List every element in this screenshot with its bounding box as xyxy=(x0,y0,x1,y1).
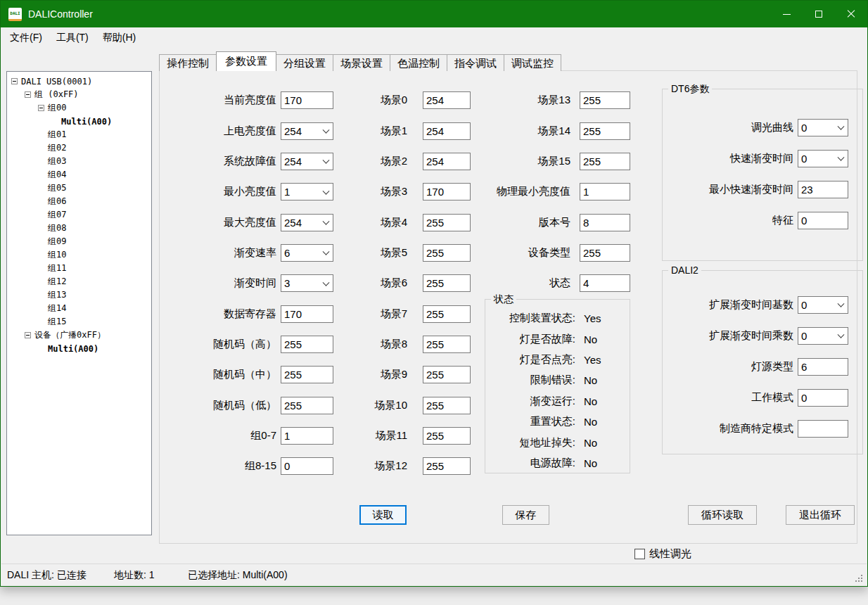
field-label: 特征 xyxy=(668,214,793,227)
linear-dimming-option: 线性调光 xyxy=(634,547,691,561)
field-input[interactable] xyxy=(423,305,471,323)
field-input[interactable] xyxy=(580,122,630,140)
field-input[interactable] xyxy=(798,389,848,407)
exit-loop-button[interactable]: 退出循环 xyxy=(786,505,855,525)
field-label: 系统故障值 xyxy=(171,155,276,168)
field-input[interactable] xyxy=(580,153,630,170)
tab[interactable]: 调试监控 xyxy=(504,54,561,71)
field-input[interactable] xyxy=(281,305,333,323)
field-label: 设备类型 xyxy=(485,246,570,260)
field-input[interactable] xyxy=(423,183,471,200)
field-input[interactable] xyxy=(423,274,471,292)
param-row: 场景10 xyxy=(351,397,471,414)
field-input[interactable] xyxy=(580,274,630,292)
tree-item-label: DALI USB(0001) xyxy=(21,77,92,87)
tab[interactable]: 分组设置 xyxy=(276,54,333,71)
field-input[interactable] xyxy=(423,366,471,383)
param-row: 场景8 xyxy=(351,336,471,353)
field-input[interactable] xyxy=(580,214,630,231)
field-input[interactable] xyxy=(798,212,848,229)
collapse-icon[interactable] xyxy=(25,332,31,338)
tree-item[interactable]: Multi(A00) xyxy=(7,115,151,128)
tab[interactable]: 色温控制 xyxy=(390,54,447,71)
param-row: 场景5 xyxy=(351,244,471,262)
tree-item[interactable]: 组09 xyxy=(7,235,151,248)
field-input[interactable] xyxy=(281,91,333,109)
param-row: 系统故障值 xyxy=(171,153,333,170)
field-input[interactable] xyxy=(423,427,471,445)
field-input[interactable] xyxy=(423,336,471,353)
field-input[interactable] xyxy=(580,244,630,262)
status-row: 灯是否故障: No xyxy=(485,333,630,346)
tree-item[interactable]: 组02 xyxy=(7,141,151,155)
tree-item-label: 组14 xyxy=(48,302,66,314)
tab[interactable]: 参数设置 xyxy=(216,51,276,71)
field xyxy=(423,274,471,292)
tab[interactable]: 指令调试 xyxy=(447,54,504,71)
maximize-button[interactable] xyxy=(803,1,835,27)
tree-item[interactable]: DALI USB(0001) xyxy=(7,75,151,88)
field-input[interactable] xyxy=(798,420,848,438)
tree-item[interactable]: 组08 xyxy=(7,222,151,235)
tab[interactable]: 场景设置 xyxy=(333,54,390,71)
tree-item-label: 组15 xyxy=(48,316,66,328)
field xyxy=(580,153,630,170)
collapse-icon[interactable] xyxy=(25,91,31,98)
statusbar: DALI 主机: 已连接 地址数: 1 已选择地址: Multi(A00) xyxy=(1,563,867,586)
tree-item[interactable]: 组 (0xFF) xyxy=(7,88,151,101)
param-row: 数据寄存器 xyxy=(171,305,333,323)
tree-item[interactable]: 组13 xyxy=(7,288,151,302)
menu-item[interactable]: 帮助(H) xyxy=(96,29,143,47)
tree-item[interactable]: 组06 xyxy=(7,195,151,208)
status-value: No xyxy=(584,374,597,386)
save-button[interactable]: 保存 xyxy=(502,505,549,525)
param-row: 随机码（高） xyxy=(171,336,333,353)
close-button[interactable] xyxy=(835,1,867,27)
read-button[interactable]: 读取 xyxy=(359,505,407,525)
tree-item[interactable]: 组14 xyxy=(7,302,151,315)
tree-item[interactable]: 组12 xyxy=(7,275,151,288)
tab[interactable]: 操作控制 xyxy=(159,54,217,71)
tree-item[interactable]: 组01 xyxy=(7,128,151,141)
field-input[interactable] xyxy=(423,244,471,262)
field-input[interactable] xyxy=(281,427,333,445)
loop-read-button[interactable]: 循环读取 xyxy=(688,505,757,525)
resize-grip[interactable] xyxy=(855,575,857,576)
menu-item[interactable]: 工具(T) xyxy=(49,29,96,47)
field-input[interactable] xyxy=(580,91,630,109)
minimize-button[interactable] xyxy=(770,1,803,27)
tree-item[interactable]: 组11 xyxy=(7,262,151,275)
tree-item[interactable]: 组04 xyxy=(7,168,151,182)
tree-item[interactable]: 组15 xyxy=(7,315,151,329)
collapse-icon[interactable] xyxy=(11,78,18,84)
collapse-icon[interactable] xyxy=(38,105,44,111)
field-input[interactable] xyxy=(281,336,333,353)
tree-item[interactable]: 组05 xyxy=(7,182,151,195)
field-input[interactable] xyxy=(281,457,333,475)
field-input[interactable] xyxy=(423,153,471,170)
field-label: 场景8 xyxy=(351,338,407,351)
field-input[interactable] xyxy=(798,358,848,376)
checkbox-label: 线性调光 xyxy=(649,547,691,561)
field-input[interactable] xyxy=(281,397,333,414)
status-row: 限制错误: No xyxy=(485,374,630,387)
tree-item[interactable]: 设备（广播0xFF） xyxy=(7,329,151,342)
tree-item[interactable]: 组10 xyxy=(7,248,151,262)
statusbar-host: DALI 主机: 已连接 xyxy=(7,569,87,582)
tree-item[interactable]: 组07 xyxy=(7,208,151,222)
field-label: 组8-15 xyxy=(171,459,276,473)
tree-item[interactable]: Multi(A00) xyxy=(7,342,151,355)
field-input[interactable] xyxy=(423,397,471,414)
tree-item[interactable]: 组03 xyxy=(7,155,151,168)
field-input[interactable] xyxy=(580,183,630,200)
field-input[interactable] xyxy=(423,122,471,140)
linear-dimming-checkbox[interactable] xyxy=(634,549,645,559)
menu-item[interactable]: 文件(F) xyxy=(3,29,49,47)
field-input[interactable] xyxy=(798,181,848,198)
field-input[interactable] xyxy=(423,214,471,231)
field-input[interactable] xyxy=(281,366,333,383)
field-input[interactable] xyxy=(423,457,471,475)
field-input[interactable] xyxy=(423,91,471,109)
tree-item[interactable]: 组00 xyxy=(7,101,151,115)
field xyxy=(423,122,471,140)
